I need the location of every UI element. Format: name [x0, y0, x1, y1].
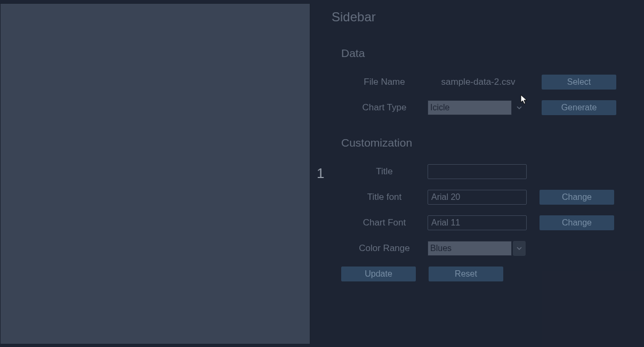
update-button[interactable]: Update — [341, 267, 416, 281]
file-name-value: sample-data-2.csv — [428, 77, 529, 87]
chart-type-label: Chart Type — [341, 102, 428, 113]
file-name-row: File Name sample-data-2.csv Select — [332, 75, 630, 90]
title-font-change-button[interactable]: Change — [540, 190, 614, 205]
chart-canvas[interactable] — [0, 3, 310, 344]
sidebar-title: Sidebar — [332, 10, 630, 25]
title-row: Title — [332, 164, 630, 179]
customization-actions: Update Reset — [332, 267, 630, 281]
color-range-dropdown-icon[interactable] — [513, 241, 526, 256]
chart-type-row: Chart Type Generate — [332, 100, 630, 115]
color-range-row: Color Range — [332, 241, 630, 256]
reset-button[interactable]: Reset — [429, 267, 503, 281]
customization-section: Customization Title Title font Change Ch… — [332, 136, 630, 281]
chart-type-combo — [428, 100, 529, 115]
data-section-title: Data — [341, 47, 630, 60]
title-font-label: Title font — [341, 192, 428, 203]
color-range-input[interactable] — [428, 241, 512, 256]
title-font-row: Title font Change — [332, 190, 630, 205]
chart-font-row: Chart Font Change — [332, 215, 630, 230]
color-range-combo — [428, 241, 526, 256]
customization-section-title: Customization — [341, 136, 630, 149]
chart-font-input[interactable] — [428, 215, 527, 230]
sidebar-panel: Sidebar Data File Name sample-data-2.csv… — [332, 10, 630, 303]
page-number: 1 — [317, 165, 324, 182]
chart-font-change-button[interactable]: Change — [540, 215, 614, 230]
title-input[interactable] — [428, 164, 527, 179]
title-label: Title — [341, 166, 428, 177]
generate-button[interactable]: Generate — [542, 100, 616, 115]
chart-type-dropdown-icon[interactable] — [513, 100, 526, 115]
select-button[interactable]: Select — [542, 75, 616, 90]
color-range-label: Color Range — [341, 243, 428, 254]
title-font-input[interactable] — [428, 190, 527, 205]
chart-type-input[interactable] — [428, 100, 512, 115]
file-name-label: File Name — [341, 77, 428, 87]
chart-font-label: Chart Font — [341, 217, 428, 228]
data-section: Data File Name sample-data-2.csv Select … — [332, 47, 630, 115]
